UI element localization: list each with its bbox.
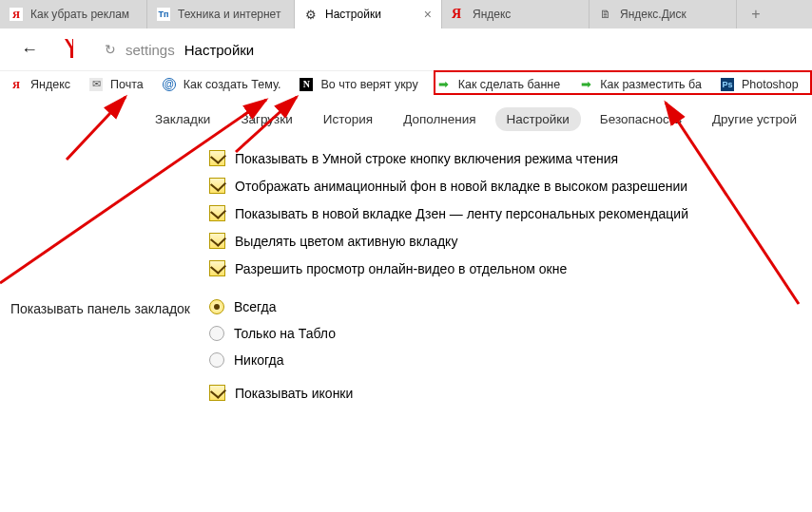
opt-label: Показывать иконки (235, 386, 353, 401)
subnav-other[interactable]: Другие устрой (701, 107, 808, 131)
tab-3[interactable]: Я Яндекс (442, 0, 590, 28)
tab-strip: Как убрать реклам Техника и интернет Нас… (0, 0, 812, 28)
subnav-security[interactable]: Безопасность (589, 107, 693, 131)
bookmark-label: Почта (110, 78, 144, 91)
favicon-doc-icon (599, 8, 612, 21)
radio-always[interactable]: Всегда (209, 299, 353, 314)
subnav-downloads[interactable]: Загрузки (229, 107, 303, 131)
favicon-ya-icon (10, 8, 23, 21)
bookmark-theme[interactable]: Как создать Тему. (153, 71, 291, 98)
opt-reader-mode[interactable]: Показывать в Умной строке кнопку включен… (209, 150, 688, 166)
bookmark-label: Во что верят укру (320, 78, 417, 91)
bookmark-ps-icon (721, 78, 734, 91)
bookmark-mail-icon (89, 78, 103, 91)
settings-body: Показывать в Умной строке кнопку включен… (0, 141, 812, 401)
group-label-empty (10, 150, 209, 276)
subnav-history[interactable]: История (312, 107, 384, 131)
bookmark-mail[interactable]: Почта (80, 71, 153, 98)
tab-title: Яндекс.Диск (620, 8, 726, 21)
tab-title: Как убрать реклам (30, 8, 137, 21)
opt-label: Разрешить просмотр онлайн-видео в отдель… (235, 261, 567, 276)
tab-close-icon[interactable]: × (424, 7, 432, 22)
new-tab-button[interactable]: + (737, 0, 775, 28)
checkbox-checked-icon[interactable] (209, 178, 225, 194)
radio-selected-icon[interactable] (209, 299, 224, 314)
opt-zen-feed[interactable]: Показывать в новой вкладке Дзен — ленту … (209, 205, 688, 221)
checkbox-checked-icon[interactable] (209, 385, 225, 401)
radio-icon[interactable] (209, 352, 224, 368)
bookmarks-bar: Яндекс Почта Как создать Тему. Во что ве… (0, 70, 812, 97)
radio-never[interactable]: Никогда (209, 352, 353, 368)
bookmark-banner[interactable]: Как сделать банне (428, 71, 570, 98)
tab-title: Настройки (325, 8, 416, 21)
opt-highlight-tab[interactable]: Выделять цветом активную вкладку (209, 233, 688, 249)
settings-group-view: Показывать в Умной строке кнопку включен… (10, 150, 802, 276)
address-page-name: Настройки (184, 42, 255, 58)
settings-group-bmpanel: Показывать панель закладок Всегда Только… (10, 299, 802, 401)
opt-show-icons[interactable]: Показывать иконки (209, 385, 353, 401)
group-label-bmpanel: Показывать панель закладок (10, 299, 209, 401)
radio-icon[interactable] (209, 326, 224, 341)
bookmark-arrow-icon (437, 78, 451, 91)
bookmark-label: Как разместить ба (600, 78, 702, 91)
radio-label: Только на Табло (234, 326, 336, 341)
back-button[interactable]: ← (21, 40, 38, 60)
tab-title: Техника и интернет (178, 8, 284, 21)
opt-animated-bg[interactable]: Отображать анимационный фон в новой вкла… (209, 178, 688, 194)
tab-title: Яндекс (473, 8, 579, 21)
bookmark-arrow-icon (579, 78, 592, 91)
tab-1[interactable]: Техника и интернет (147, 0, 295, 28)
checkbox-checked-icon[interactable] (209, 260, 225, 276)
bookmark-n-icon (300, 78, 313, 91)
tab-2-active[interactable]: Настройки × (295, 0, 442, 28)
bookmark-at-icon (163, 78, 176, 91)
tab-4[interactable]: Яндекс.Диск (590, 0, 737, 28)
opt-label: Показывать в новой вкладке Дзен — ленту … (235, 206, 688, 221)
tab-0[interactable]: Как убрать реклам (0, 0, 147, 28)
checkbox-checked-icon[interactable] (209, 150, 225, 166)
address-path: settings (126, 42, 175, 58)
opt-label: Показывать в Умной строке кнопку включен… (235, 151, 618, 166)
radio-tablo-only[interactable]: Только на Табло (209, 326, 353, 341)
radio-label: Всегда (234, 299, 277, 314)
bookmark-photoshop[interactable]: Photoshop (711, 71, 808, 98)
bookmark-label: Как создать Тему. (184, 78, 281, 91)
bookmark-label: Photoshop (742, 78, 799, 91)
url-arrow-icon: ↻ (105, 42, 116, 57)
opt-label: Выделять цветом активную вкладку (235, 234, 457, 249)
bookmark-place[interactable]: Как разместить ба (570, 71, 711, 98)
bookmark-yandex[interactable]: Яндекс (0, 71, 80, 98)
bookmark-label: Как сделать банне (458, 78, 561, 91)
favicon-gear-icon (304, 8, 318, 21)
opt-label: Отображать анимационный фон в новой вкла… (235, 179, 687, 194)
favicon-tp-icon (157, 8, 170, 21)
favicon-ya-red-icon: Я (452, 8, 465, 21)
bookmark-ya-icon (10, 78, 23, 91)
subnav-settings[interactable]: Настройки (495, 107, 581, 131)
subnav-addons[interactable]: Дополнения (392, 107, 487, 131)
yandex-logo-icon[interactable] (63, 39, 80, 61)
bookmark-label: Яндекс (30, 78, 70, 91)
bookmark-belief[interactable]: Во что верят укру (290, 71, 427, 98)
settings-subnav: Закладки Загрузки История Дополнения Нас… (0, 97, 812, 141)
nav-row: ← ↻ settings Настройки (0, 28, 812, 70)
checkbox-checked-icon[interactable] (209, 233, 225, 249)
checkbox-checked-icon[interactable] (209, 205, 225, 221)
subnav-bookmarks[interactable]: Закладки (144, 107, 222, 131)
opt-video-popup[interactable]: Разрешить просмотр онлайн-видео в отдель… (209, 260, 688, 276)
address-bar[interactable]: ↻ settings Настройки (105, 42, 802, 58)
radio-label: Никогда (234, 352, 283, 368)
